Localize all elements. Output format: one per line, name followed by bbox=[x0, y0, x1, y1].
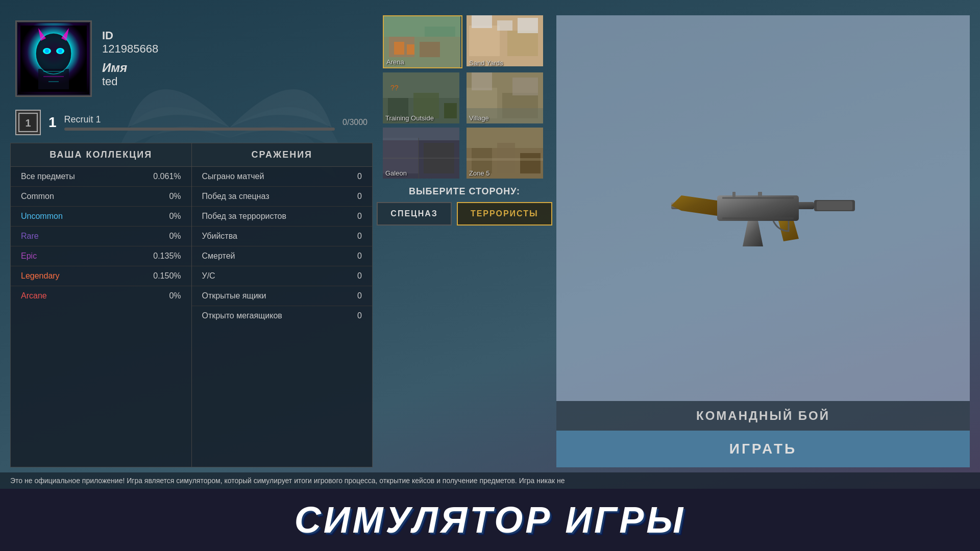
svg-rect-28 bbox=[518, 18, 538, 33]
row-label-rare: Rare bbox=[21, 232, 39, 241]
map-item-sand-yards[interactable]: Sand Yards bbox=[467, 15, 546, 68]
rank-number: 1 bbox=[48, 114, 57, 131]
row-value-deaths: 0 bbox=[357, 252, 362, 261]
row-value-kd: 0 bbox=[357, 271, 362, 281]
battles-table: СРАЖЕНИЯ Сыграно матчей 0 Побед за спецн… bbox=[192, 143, 373, 467]
profile-info: ID 121985668 Имя ted bbox=[102, 29, 158, 88]
map-item-zone5[interactable]: Zone 5 bbox=[467, 128, 546, 179]
game-mode-label: КОМАНДНЫЙ БОЙ bbox=[556, 401, 970, 431]
side-selection-label: ВЫБЕРИТЕ СТОРОНУ: bbox=[383, 186, 546, 197]
map-thumbnail-sand-yards bbox=[467, 15, 543, 66]
svg-point-7 bbox=[58, 49, 62, 53]
row-value-arcane: 0% bbox=[169, 291, 181, 300]
row-label-arcane: Arcane bbox=[21, 291, 47, 300]
svg-rect-8 bbox=[38, 69, 69, 89]
table-row: Побед за спецназ 0 bbox=[192, 187, 373, 207]
map-label-arena: Arena bbox=[386, 58, 404, 66]
ct-button[interactable]: СПЕЦНАЗ bbox=[377, 202, 452, 226]
map-item-galeon[interactable]: Galeon bbox=[383, 128, 462, 179]
left-panel: ID 121985668 Имя ted 1 1 Recruit 1 bbox=[10, 15, 373, 467]
table-row: Все предметы 0.061% bbox=[11, 167, 191, 187]
table-row: У/С 0 bbox=[192, 266, 373, 286]
collection-table: ВАША КОЛЛЕКЦИЯ Все предметы 0.061% Commo… bbox=[10, 143, 192, 467]
row-value-common: 0% bbox=[169, 192, 181, 201]
table-row: Побед за террористов 0 bbox=[192, 207, 373, 227]
row-value-t-wins: 0 bbox=[357, 212, 362, 221]
row-value-ct-wins: 0 bbox=[357, 192, 362, 201]
svg-text:??: ?? bbox=[390, 84, 399, 92]
row-label-all: Все предметы bbox=[21, 172, 75, 181]
row-label-kd: У/С bbox=[202, 271, 215, 281]
table-row: Arcane 0% bbox=[11, 286, 191, 306]
main-layout: ID 121985668 Имя ted 1 1 Recruit 1 bbox=[0, 0, 980, 551]
table-row: Убийства 0 bbox=[192, 227, 373, 246]
row-value-cases: 0 bbox=[357, 291, 362, 300]
table-row: Открытые ящики 0 bbox=[192, 286, 373, 306]
row-value-legendary: 0.150% bbox=[153, 271, 181, 281]
rank-section: 1 1 Recruit 1 0/3000 bbox=[10, 110, 373, 135]
row-label-ct-wins: Побед за спецназ bbox=[202, 192, 270, 201]
svg-rect-27 bbox=[497, 20, 512, 31]
map-label-village: Village bbox=[469, 114, 489, 122]
row-label-common: Common bbox=[21, 192, 54, 201]
row-label-matches: Сыграно матчей bbox=[202, 172, 264, 181]
svg-rect-38 bbox=[472, 72, 492, 90]
disclaimer-text: Это не официальное приложение! Игра явля… bbox=[10, 477, 565, 485]
row-label-mega-cases: Открыто мегаящиков bbox=[202, 311, 282, 320]
map-label-galeon: Galeon bbox=[385, 169, 407, 177]
row-label-kills: Убийства bbox=[202, 232, 237, 241]
svg-rect-24 bbox=[469, 26, 500, 56]
footer-disclaimer: Это не официальное приложение! Игра явля… bbox=[0, 472, 980, 489]
profile-id-label: ID bbox=[102, 29, 158, 42]
svg-rect-39 bbox=[512, 78, 538, 95]
table-row: Сыграно матчей 0 bbox=[192, 167, 373, 187]
svg-rect-58 bbox=[732, 192, 736, 197]
collection-header: ВАША КОЛЛЕКЦИЯ bbox=[11, 143, 191, 167]
maps-grid: Arena Sand Yards bbox=[383, 15, 546, 179]
rank-info: Recruit 1 bbox=[64, 114, 335, 131]
map-item-arena[interactable]: Arena bbox=[383, 15, 462, 68]
row-value-epic: 0.135% bbox=[153, 252, 181, 261]
footer-title: СИМУЛЯТОР ИГРЫ bbox=[0, 489, 980, 551]
table-row: Epic 0.135% bbox=[11, 246, 191, 266]
weapon-svg bbox=[656, 157, 870, 259]
rank-xp: 0/3000 bbox=[342, 118, 368, 127]
svg-rect-20 bbox=[407, 44, 414, 55]
weapon-display bbox=[556, 15, 970, 401]
table-row: Uncommon 0% bbox=[11, 207, 191, 227]
map-label-zone5: Zone 5 bbox=[469, 169, 489, 177]
middle-panel: Arena Sand Yards bbox=[383, 15, 546, 467]
row-label-t-wins: Побед за террористов bbox=[202, 212, 287, 221]
row-value-rare: 0% bbox=[169, 232, 181, 241]
map-item-training-outside[interactable]: ?? Training Outside bbox=[383, 72, 462, 123]
battles-header: СРАЖЕНИЯ bbox=[192, 143, 373, 167]
t-button[interactable]: ТЕРРОРИСТЫ bbox=[457, 202, 552, 226]
svg-rect-55 bbox=[817, 201, 852, 210]
table-row: Rare 0% bbox=[11, 227, 191, 246]
svg-rect-56 bbox=[717, 195, 799, 221]
svg-rect-19 bbox=[394, 42, 404, 55]
svg-rect-59 bbox=[722, 197, 794, 199]
play-button[interactable]: ИГРАТЬ bbox=[556, 431, 970, 467]
avatar-container bbox=[15, 20, 92, 97]
row-label-legendary: Legendary bbox=[21, 271, 60, 281]
tables-row: ВАША КОЛЛЕКЦИЯ Все предметы 0.061% Commo… bbox=[10, 143, 373, 467]
table-row: Common 0% bbox=[11, 187, 191, 207]
svg-text:1: 1 bbox=[25, 117, 31, 129]
profile-name-label: Имя bbox=[102, 61, 158, 75]
svg-rect-18 bbox=[420, 42, 440, 57]
top-section: ID 121985668 Имя ted 1 1 Recruit 1 bbox=[0, 0, 980, 472]
profile-area: ID 121985668 Имя ted bbox=[10, 15, 373, 102]
row-value-all: 0.061% bbox=[153, 172, 181, 181]
map-item-village[interactable]: Village bbox=[467, 72, 546, 123]
row-value-matches: 0 bbox=[357, 172, 362, 181]
svg-rect-22 bbox=[425, 27, 455, 37]
side-selection: ВЫБЕРИТЕ СТОРОНУ: СПЕЦНАЗ ТЕРРОРИСТЫ bbox=[383, 186, 546, 226]
row-value-uncommon: 0% bbox=[169, 212, 181, 221]
map-label-sand-yards: Sand Yards bbox=[469, 59, 503, 67]
svg-rect-60 bbox=[722, 217, 794, 219]
svg-rect-42 bbox=[383, 138, 419, 173]
side-buttons: СПЕЦНАЗ ТЕРРОРИСТЫ bbox=[383, 202, 546, 226]
row-value-mega-cases: 0 bbox=[357, 311, 362, 320]
rank-name: Recruit 1 bbox=[64, 114, 335, 125]
